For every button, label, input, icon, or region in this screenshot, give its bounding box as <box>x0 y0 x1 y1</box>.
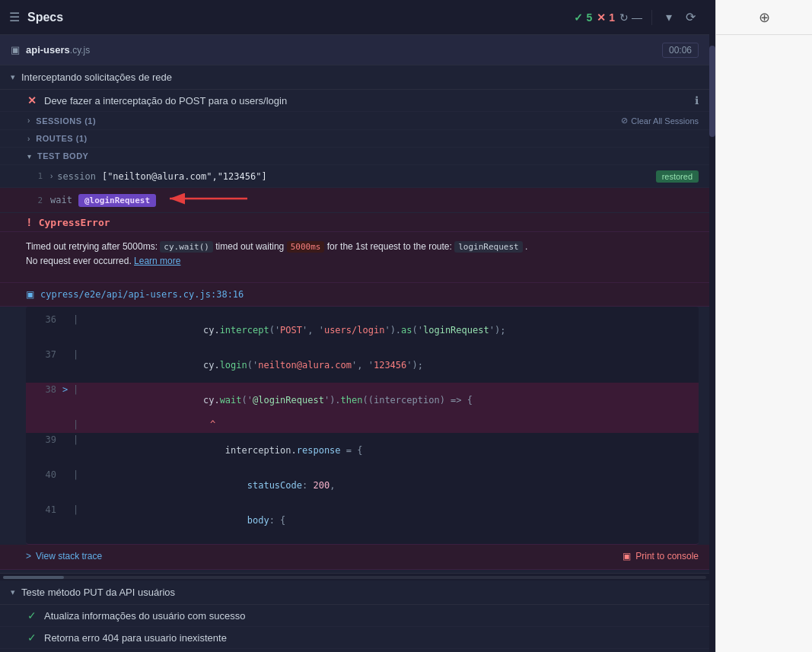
sessions-section[interactable]: › SESSIONS (1) ⊘ Clear All Sessions <box>0 112 709 130</box>
routes-label: ROUTES (1) <box>36 134 699 143</box>
file-icon: ▣ <box>11 44 20 56</box>
refresh-button[interactable]: ⟳ <box>681 7 700 27</box>
test-title-pass-1: Atualiza informações do usuário com suce… <box>44 610 699 622</box>
fail-status-icon: ✕ <box>27 94 37 107</box>
error-text-no-request: No request ever occurred. <box>26 256 134 266</box>
error-text-route: for the 1st request to the route: <box>327 241 454 252</box>
code-line-36: 36 | cy.intercept('POST', 'users/login')… <box>26 313 699 348</box>
lower-suite-title: Teste método PUT da API usuários <box>21 587 175 598</box>
pass-status-icon-2: ✓ <box>27 631 37 644</box>
cmd-number-2: 2 <box>27 196 43 205</box>
app-title: Specs <box>27 11 63 24</box>
print-to-console-button[interactable]: ▣ Print to console <box>623 551 699 561</box>
h-scroll-thumb <box>3 576 64 579</box>
topbar-divider <box>651 10 652 25</box>
error-detail: Timed out retrying after 5000ms: cy.wait… <box>0 232 709 283</box>
cmd-badge-1: restored <box>656 170 699 183</box>
view-chevron-icon: > <box>26 551 31 561</box>
error-text-mid: timed out waiting <box>215 241 286 252</box>
clear-icon: ⊘ <box>621 116 628 126</box>
checkmark-icon: ✓ <box>574 11 583 24</box>
view-stack-trace-button[interactable]: > View stack trace <box>26 551 102 561</box>
right-panel-icon[interactable]: ⊕ <box>759 9 770 26</box>
main-panel: ☰ Specs ✓ 5 ✕ 1 ↻ — ▾ ⟳ ▣ <box>0 0 709 652</box>
h-scrollbar[interactable] <box>0 573 709 580</box>
suite-chevron-icon: ▾ <box>11 72 15 82</box>
error-detail-text: Timed out retrying after 5000ms: cy.wait… <box>11 240 699 269</box>
timeout-code: 5000ms <box>287 241 325 253</box>
error-text-pre: Timed out retrying after 5000ms: <box>26 241 160 252</box>
cmd-name-1: session <box>57 171 96 182</box>
test-item-pass-1[interactable]: ✓ Atualiza informações do usuário com su… <box>0 605 709 627</box>
cy-wait-code: cy.wait() <box>160 241 213 253</box>
file-link-icon: ▣ <box>26 289 34 300</box>
code-line-37: 37 | cy.login('neilton@alura.com', '1234… <box>26 348 699 383</box>
pass-badge: ✓ 5 <box>574 11 592 24</box>
file-time: 00:06 <box>662 43 699 58</box>
menu-icon[interactable]: ☰ <box>9 10 20 24</box>
code-block: 36 | cy.intercept('POST', 'users/login')… <box>26 307 699 545</box>
suite-title: Interceptando solicitações de rede <box>21 72 172 83</box>
v-scroll-thumb <box>709 46 715 137</box>
test-item-pass-2[interactable]: ✓ Retorna erro 404 para usuario inexiste… <box>0 627 709 649</box>
cmd-chevron-icon: › <box>50 172 53 180</box>
test-item-fail[interactable]: ✕ Deve fazer a interceptação do POST par… <box>0 90 709 112</box>
content-area[interactable]: ▾ Interceptando solicitações de rede ✕ D… <box>0 65 709 652</box>
error-footer: > View stack trace ▣ Print to console <box>0 545 709 570</box>
routes-section[interactable]: › ROUTES (1) <box>0 130 709 148</box>
cmd-args-1: ["neilton@alura.com","123456"] <box>102 171 267 182</box>
code-line-38: 38 > | cy.wait('@loginRequest').then((in… <box>26 383 699 418</box>
cmd-number-1: 1 <box>27 171 43 181</box>
routes-chevron-icon: › <box>27 135 30 143</box>
refresh-icon: ⟳ <box>686 11 696 24</box>
code-line-41: 41 | body: { <box>26 503 699 538</box>
code-line-39: 39 | interception.response = { <box>26 433 699 468</box>
separator: — <box>632 11 642 24</box>
file-name: api-users <box>26 44 70 56</box>
cross-icon: ✕ <box>597 11 606 24</box>
file-link-row[interactable]: ▣ cypress/e2e/api/api-users.cy.js:38:16 <box>0 283 709 307</box>
info-icon: ℹ <box>695 94 699 107</box>
cmd-name-2: wait <box>50 195 72 205</box>
cmd-arrow-icon <box>164 191 255 209</box>
test-body-chevron-icon: ▾ <box>27 152 31 161</box>
learn-more-link[interactable]: Learn more <box>134 256 180 266</box>
lower-suite-chevron-icon: ▾ <box>11 587 15 597</box>
command-row-2[interactable]: 2 wait @loginRequest <box>0 188 709 213</box>
test-body-label: TEST BODY <box>37 151 88 161</box>
test-title-pass-2: Retorna erro 404 para usuario inexistent… <box>44 632 699 644</box>
v-scrollbar[interactable] <box>709 0 715 652</box>
pass-status-icon-1: ✓ <box>27 609 37 622</box>
sessions-chevron-icon: › <box>27 116 30 125</box>
file-link[interactable]: cypress/e2e/api/api-users.cy.js:38:16 <box>40 289 244 300</box>
code-line-40: 40 | statusCode: 200, <box>26 468 699 503</box>
sessions-label: SESSIONS (1) <box>36 116 621 126</box>
code-caret-line: | ^ <box>26 418 699 433</box>
right-panel: ⊕ <box>715 0 812 652</box>
test-badges: ✓ 5 ✕ 1 ↻ — ▾ ⟳ <box>574 7 700 27</box>
test-title: Deve fazer a interceptação do POST para … <box>44 95 695 107</box>
file-ext: .cy.js <box>70 45 90 56</box>
error-exclamation-icon: ! <box>27 216 31 228</box>
top-bar: ☰ Specs ✓ 5 ✕ 1 ↻ — ▾ ⟳ <box>0 0 709 35</box>
test-body-header[interactable]: ▾ TEST BODY <box>0 148 709 165</box>
lower-suite-header[interactable]: ▾ Teste método PUT da API usuários <box>0 580 709 605</box>
print-icon: ▣ <box>623 551 631 561</box>
fail-badge: ✕ 1 <box>597 11 615 24</box>
file-header: ▣ api-users .cy.js 00:06 <box>0 35 709 65</box>
suite-header[interactable]: ▾ Interceptando solicitações de rede <box>0 65 709 90</box>
right-panel-header: ⊕ <box>716 0 812 35</box>
cmd-alias-badge: @loginRequest <box>78 194 156 207</box>
running-badge: ↻ — <box>619 11 642 24</box>
spinner-icon: ↻ <box>619 11 629 24</box>
h-scroll-track <box>3 576 706 579</box>
dropdown-button[interactable]: ▾ <box>661 7 677 27</box>
clear-sessions-button[interactable]: ⊘ Clear All Sessions <box>621 116 699 126</box>
route-name-code: loginRequest <box>454 241 522 253</box>
error-text-dot: . <box>525 241 527 252</box>
command-row-1[interactable]: 1 › session ["neilton@alura.com","123456… <box>0 165 709 188</box>
error-row: ! CypressError <box>0 213 709 232</box>
chevron-down-icon: ▾ <box>666 11 672 24</box>
error-title: CypressError <box>39 217 110 228</box>
